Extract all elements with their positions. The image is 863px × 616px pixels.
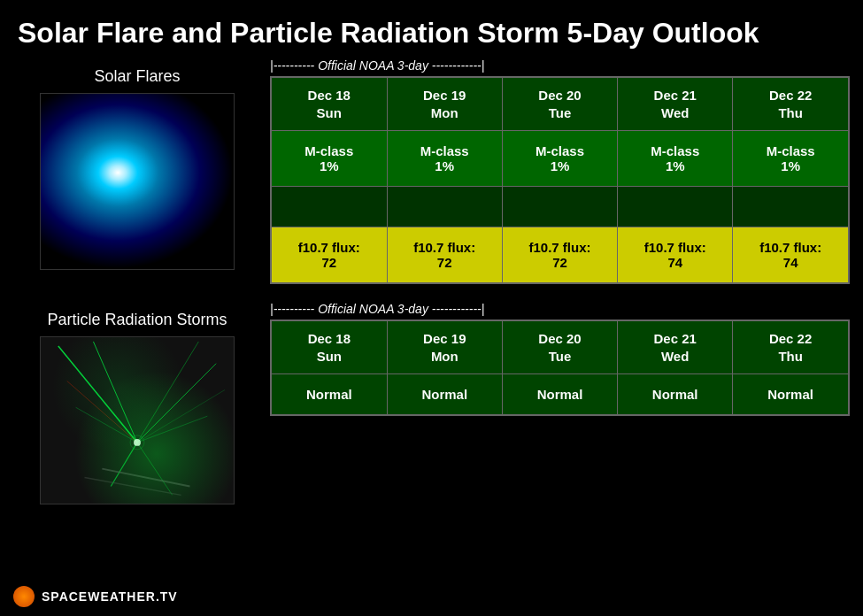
empty-row: [271, 187, 849, 227]
mclass-dec21: M-class1%: [618, 131, 733, 187]
particle-graphic: [40, 336, 235, 504]
solar-flares-section: Solar Flares |---------- Official NOAA 3…: [9, 58, 854, 284]
svg-point-12: [134, 439, 141, 446]
normal-dec22: Normal: [733, 374, 849, 416]
empty-dec22: [733, 187, 849, 227]
col-dec22-thu: Dec 22Thu: [733, 77, 849, 131]
col-dec19-mon: Dec 19Mon: [387, 77, 502, 131]
svg-line-11: [137, 390, 225, 443]
particle-radiation-label-area: Particle Radiation Storms: [9, 302, 266, 522]
mclass-dec18: M-class1%: [271, 131, 387, 187]
particle-radiation-image: [40, 336, 235, 513]
mclass-dec20: M-class1%: [502, 131, 617, 187]
p-col-dec21-wed: Dec 21Wed: [618, 320, 733, 374]
svg-line-5: [137, 443, 173, 495]
particle-header-row: Dec 18Sun Dec 19Mon Dec 20Tue Dec 21Wed …: [271, 320, 849, 374]
brand-logo-icon: [13, 586, 35, 607]
solar-flare-image: [40, 93, 235, 270]
particle-radiation-section: Particle Radiation Storms: [9, 302, 854, 522]
normal-row: Normal Normal Normal Normal Normal: [271, 374, 849, 416]
svg-line-1: [93, 342, 137, 443]
col-dec20-tue: Dec 20Tue: [502, 77, 617, 131]
solar-flares-label-area: Solar Flares: [9, 58, 266, 279]
particle-svg: [41, 337, 234, 504]
empty-dec19: [387, 187, 502, 227]
svg-line-7: [137, 417, 207, 443]
brand-name: SPACEWEATHER.TV: [42, 589, 178, 604]
normal-dec21: Normal: [618, 374, 733, 416]
mclass-row: M-class1% M-class1% M-class1% M-class1% …: [271, 131, 849, 187]
flux-dec20: f10.7 flux:72: [502, 227, 617, 284]
solar-flare-graphic: [40, 93, 235, 270]
p-col-dec20-tue: Dec 20Tue: [502, 320, 617, 374]
mclass-dec22: M-class1%: [733, 131, 849, 187]
empty-dec18: [271, 187, 387, 227]
empty-dec21: [618, 187, 733, 227]
solar-flares-title: Solar Flares: [94, 67, 180, 86]
p-col-dec18-sun: Dec 18Sun: [271, 320, 387, 374]
normal-dec20: Normal: [502, 374, 617, 416]
flux-dec18: f10.7 flux:72: [271, 227, 387, 284]
particle-radiation-title: Particle Radiation Storms: [47, 311, 227, 329]
svg-line-3: [137, 342, 198, 443]
svg-line-9: [85, 478, 181, 496]
normal-dec19: Normal: [387, 374, 502, 416]
svg-line-4: [111, 443, 137, 487]
page-title: Solar Flare and Particle Radiation Storm…: [0, 0, 863, 58]
col-dec21-wed: Dec 21Wed: [618, 77, 733, 131]
solar-flares-table: Dec 18Sun Dec 19Mon Dec 20Tue Dec 21Wed …: [270, 76, 850, 284]
particle-radiation-table-area: |---------- Official NOAA 3-day --------…: [266, 302, 854, 416]
mclass-dec19: M-class1%: [387, 131, 502, 187]
svg-line-2: [137, 364, 216, 443]
svg-point-13: [130, 435, 144, 450]
particle-radiation-table: Dec 18Sun Dec 19Mon Dec 20Tue Dec 21Wed …: [270, 320, 850, 416]
noaa-label-solar: |---------- Official NOAA 3-day --------…: [270, 58, 850, 73]
noaa-label-particle: |---------- Official NOAA 3-day --------…: [270, 302, 850, 316]
header-row: Dec 18Sun Dec 19Mon Dec 20Tue Dec 21Wed …: [271, 77, 849, 131]
flux-dec22: f10.7 flux:74: [733, 227, 849, 284]
svg-line-8: [102, 469, 189, 487]
p-col-dec22-thu: Dec 22Thu: [733, 320, 849, 374]
svg-line-10: [67, 381, 137, 443]
flux-dec19: f10.7 flux:72: [387, 227, 502, 284]
svg-line-6: [76, 408, 137, 443]
flux-row: f10.7 flux:72 f10.7 flux:72 f10.7 flux:7…: [271, 227, 849, 284]
normal-dec18: Normal: [271, 374, 387, 416]
empty-dec20: [502, 187, 617, 227]
solar-flares-table-area: |---------- Official NOAA 3-day --------…: [266, 58, 854, 284]
svg-line-0: [58, 346, 137, 443]
p-col-dec19-mon: Dec 19Mon: [387, 320, 502, 374]
flux-dec21: f10.7 flux:74: [618, 227, 733, 284]
col-dec18-sun: Dec 18Sun: [271, 77, 387, 131]
footer: SPACEWEATHER.TV: [13, 586, 178, 607]
